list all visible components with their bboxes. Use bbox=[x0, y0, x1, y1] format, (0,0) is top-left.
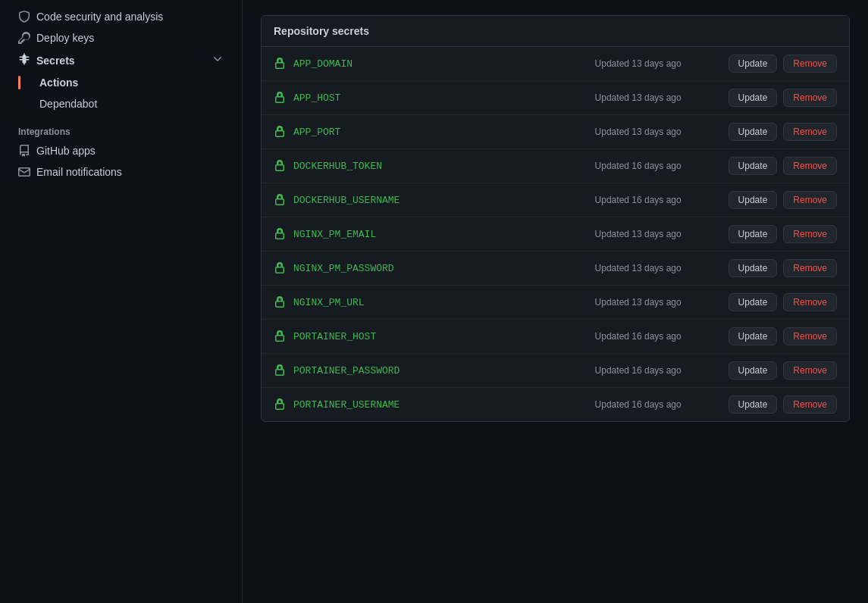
secret-updated: Updated 13 days ago bbox=[595, 229, 716, 239]
sidebar-item-github-apps-label: GitHub apps bbox=[36, 145, 96, 157]
update-button[interactable]: Update bbox=[729, 395, 778, 414]
lock-icon bbox=[274, 160, 286, 172]
sidebar-sub-item-dependabot[interactable]: Dependabot bbox=[6, 93, 236, 114]
chevron-icon bbox=[212, 53, 224, 67]
secret-actions: Update Remove bbox=[729, 225, 837, 243]
secret-actions: Update Remove bbox=[729, 123, 837, 141]
sidebar-section-secrets[interactable]: Secrets bbox=[6, 48, 236, 72]
secret-name: NGINX_PM_PASSWORD bbox=[293, 263, 595, 274]
secret-row: APP_DOMAIN Updated 13 days ago Update Re… bbox=[262, 47, 849, 81]
secret-updated: Updated 13 days ago bbox=[595, 297, 716, 308]
secrets-section-title: Repository secrets bbox=[274, 25, 369, 37]
secret-row: NGINX_PM_PASSWORD Updated 13 days ago Up… bbox=[262, 252, 849, 286]
email-icon bbox=[18, 166, 30, 178]
sidebar-sub-item-dependabot-label: Dependabot bbox=[39, 98, 97, 110]
remove-button[interactable]: Remove bbox=[783, 361, 837, 380]
integrations-section-label: Integrations bbox=[0, 114, 242, 140]
lock-icon bbox=[274, 330, 286, 342]
remove-button[interactable]: Remove bbox=[783, 259, 837, 277]
secret-row: APP_HOST Updated 13 days ago Update Remo… bbox=[262, 81, 849, 115]
secrets-container: Repository secrets APP_DOMAIN Updated 13… bbox=[261, 15, 850, 422]
secret-actions: Update Remove bbox=[729, 191, 837, 209]
secret-name: NGINX_PM_URL bbox=[293, 297, 595, 308]
sidebar-sub-item-actions[interactable]: Actions bbox=[6, 72, 236, 93]
secret-name: APP_HOST bbox=[293, 92, 595, 104]
update-button[interactable]: Update bbox=[729, 293, 778, 311]
remove-button[interactable]: Remove bbox=[783, 55, 837, 73]
update-button[interactable]: Update bbox=[729, 191, 778, 209]
lock-icon bbox=[274, 296, 286, 308]
secrets-list: APP_DOMAIN Updated 13 days ago Update Re… bbox=[262, 47, 849, 421]
secret-updated: Updated 13 days ago bbox=[595, 263, 716, 273]
secret-name: APP_PORT bbox=[293, 127, 595, 138]
secrets-header: Repository secrets bbox=[262, 16, 849, 47]
remove-button[interactable]: Remove bbox=[783, 89, 837, 107]
key-icon bbox=[18, 32, 30, 44]
remove-button[interactable]: Remove bbox=[783, 293, 837, 311]
secret-name: DOCKERHUB_TOKEN bbox=[293, 161, 595, 172]
secret-name: PORTAINER_PASSWORD bbox=[293, 365, 595, 376]
secret-row: DOCKERHUB_USERNAME Updated 16 days ago U… bbox=[262, 183, 849, 217]
secret-updated: Updated 16 days ago bbox=[595, 365, 716, 376]
sidebar-item-github-apps[interactable]: GitHub apps bbox=[6, 140, 236, 161]
update-button[interactable]: Update bbox=[729, 327, 778, 345]
secret-actions: Update Remove bbox=[729, 395, 837, 414]
lock-icon bbox=[274, 364, 286, 376]
sidebar-item-code-security-label: Code security and analysis bbox=[36, 11, 163, 23]
secret-row: NGINX_PM_URL Updated 13 days ago Update … bbox=[262, 286, 849, 320]
sidebar-item-email-label: Email notifications bbox=[36, 166, 122, 178]
update-button[interactable]: Update bbox=[729, 361, 778, 380]
secret-updated: Updated 16 days ago bbox=[595, 399, 716, 410]
update-button[interactable]: Update bbox=[729, 225, 778, 243]
update-button[interactable]: Update bbox=[729, 89, 778, 107]
sidebar-item-deploy-keys-label: Deploy keys bbox=[36, 32, 94, 44]
secret-section-icon bbox=[18, 53, 30, 67]
lock-icon bbox=[274, 92, 286, 104]
secret-updated: Updated 16 days ago bbox=[595, 161, 716, 171]
secret-actions: Update Remove bbox=[729, 327, 837, 345]
secret-actions: Update Remove bbox=[729, 293, 837, 311]
active-indicator bbox=[18, 76, 20, 89]
lock-icon bbox=[274, 126, 286, 138]
remove-button[interactable]: Remove bbox=[783, 191, 837, 209]
update-button[interactable]: Update bbox=[729, 123, 778, 141]
lock-icon bbox=[274, 398, 286, 411]
remove-button[interactable]: Remove bbox=[783, 157, 837, 175]
sidebar-item-email-notifications[interactable]: Email notifications bbox=[6, 161, 236, 183]
remove-button[interactable]: Remove bbox=[783, 225, 837, 243]
secret-actions: Update Remove bbox=[729, 157, 837, 175]
secret-name: PORTAINER_HOST bbox=[293, 331, 595, 342]
main-content: Repository secrets APP_DOMAIN Updated 13… bbox=[243, 0, 868, 603]
secret-name: NGINX_PM_EMAIL bbox=[293, 229, 595, 240]
secret-row: PORTAINER_HOST Updated 16 days ago Updat… bbox=[262, 320, 849, 354]
update-button[interactable]: Update bbox=[729, 55, 778, 73]
sidebar-sub-item-actions-label: Actions bbox=[39, 77, 78, 89]
shield-icon bbox=[18, 11, 30, 23]
lock-icon bbox=[274, 262, 286, 274]
secret-row: DOCKERHUB_TOKEN Updated 16 days ago Upda… bbox=[262, 149, 849, 183]
secret-actions: Update Remove bbox=[729, 361, 837, 380]
secret-actions: Update Remove bbox=[729, 259, 837, 277]
update-button[interactable]: Update bbox=[729, 157, 778, 175]
secret-updated: Updated 13 days ago bbox=[595, 92, 716, 103]
secret-name: APP_DOMAIN bbox=[293, 58, 595, 70]
remove-button[interactable]: Remove bbox=[783, 395, 837, 414]
secret-row: PORTAINER_PASSWORD Updated 16 days ago U… bbox=[262, 354, 849, 388]
sidebar-item-code-security[interactable]: Code security and analysis bbox=[6, 6, 236, 27]
update-button[interactable]: Update bbox=[729, 259, 778, 277]
remove-button[interactable]: Remove bbox=[783, 123, 837, 141]
lock-icon bbox=[274, 58, 286, 70]
apps-icon bbox=[18, 145, 30, 157]
secret-row: APP_PORT Updated 13 days ago Update Remo… bbox=[262, 115, 849, 149]
sidebar-item-deploy-keys[interactable]: Deploy keys bbox=[6, 27, 236, 48]
secret-actions: Update Remove bbox=[729, 55, 837, 73]
secret-actions: Update Remove bbox=[729, 89, 837, 107]
lock-icon bbox=[274, 194, 286, 206]
lock-icon bbox=[274, 228, 286, 240]
secret-updated: Updated 13 days ago bbox=[595, 58, 716, 69]
sidebar-section-secrets-label: Secrets bbox=[36, 55, 75, 67]
secret-name: DOCKERHUB_USERNAME bbox=[293, 195, 595, 206]
sidebar: Code security and analysis Deploy keys S… bbox=[0, 0, 243, 603]
remove-button[interactable]: Remove bbox=[783, 327, 837, 345]
secret-updated: Updated 16 days ago bbox=[595, 195, 716, 205]
